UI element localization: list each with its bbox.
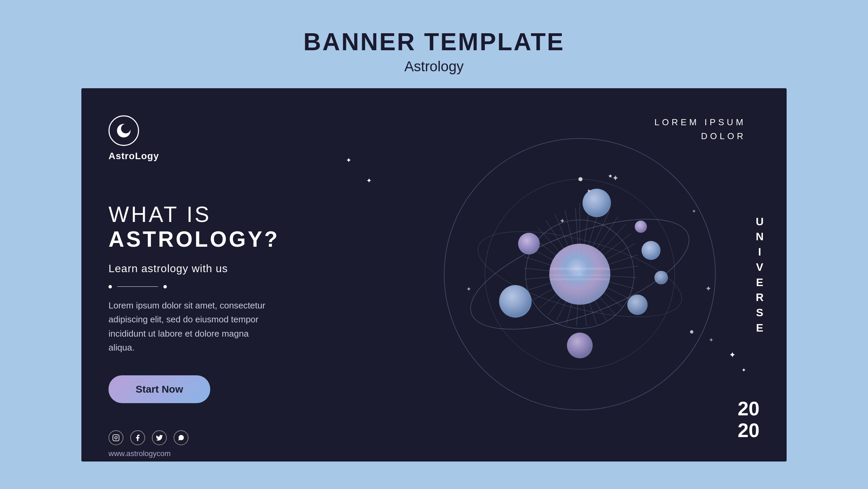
dot-left: [108, 285, 112, 288]
logo-text: AstroLogy: [108, 151, 159, 162]
page-title: BANNER TEMPLATE: [303, 28, 565, 56]
svg-marker-61: [609, 174, 612, 178]
svg-point-52: [518, 233, 540, 255]
svg-point-55: [499, 285, 532, 318]
svg-text:✦: ✦: [705, 284, 711, 293]
logo-area: AstroLogy: [108, 115, 285, 162]
banner: AstroLogy WHAT IS ASTROLOGY? Learn astro…: [81, 88, 787, 462]
svg-rect-50: [549, 278, 610, 280]
year-text: 20 20: [737, 398, 760, 441]
facebook-icon[interactable]: [130, 430, 145, 445]
sparkle-1: ✦: [346, 156, 352, 164]
svg-point-57: [567, 333, 593, 358]
svg-point-4: [117, 436, 118, 436]
svg-point-58: [654, 271, 668, 284]
solar-system: ✦ ✦ ✦ ✦ ✦ ✦ ✦: [427, 121, 732, 428]
svg-point-60: [690, 330, 693, 334]
main-heading: WHAT IS ASTROLOGY?: [108, 202, 285, 252]
banner-left: AstroLogy WHAT IS ASTROLOGY? Learn astro…: [81, 88, 312, 462]
body-text: Lorem ipsum dolor sit amet, consectetur …: [108, 299, 271, 355]
divider: [108, 285, 285, 288]
svg-text:✦: ✦: [466, 286, 471, 293]
svg-rect-49: [549, 274, 610, 276]
svg-point-54: [627, 295, 648, 315]
dot-right: [163, 285, 167, 288]
social-icons: [108, 430, 285, 445]
website-text: www.astrologycom: [108, 449, 285, 458]
start-now-button[interactable]: Start Now: [108, 375, 210, 403]
universe-text: U N I V E R S E: [756, 214, 766, 335]
svg-point-3: [115, 436, 117, 439]
social-area: www.astrologycom: [108, 430, 285, 458]
svg-point-1: [121, 124, 131, 133]
sparkle-4: ✦: [742, 367, 746, 373]
svg-text:✦: ✦: [692, 208, 696, 214]
svg-point-53: [642, 241, 660, 260]
whatsapp-icon[interactable]: [174, 430, 189, 445]
svg-rect-2: [113, 435, 119, 441]
page-header: BANNER TEMPLATE Astrology: [303, 28, 565, 75]
logo-circle: [108, 115, 139, 146]
svg-point-56: [635, 221, 647, 233]
svg-text:✦: ✦: [559, 217, 565, 225]
banner-right: LOREM IPSUM DOLOR: [312, 88, 787, 462]
divider-line: [117, 286, 158, 287]
sparkle-2: ✦: [366, 176, 372, 185]
moon-icon: [116, 123, 132, 139]
svg-rect-48: [549, 267, 610, 270]
instagram-icon[interactable]: [108, 430, 123, 445]
page-subtitle: Astrology: [303, 58, 565, 75]
sparkle-3: ✦: [729, 350, 736, 360]
twitter-icon[interactable]: [152, 430, 167, 445]
svg-text:✦: ✦: [587, 188, 591, 194]
svg-point-59: [578, 177, 583, 181]
svg-text:✦: ✦: [709, 337, 714, 343]
svg-text:✦: ✦: [612, 173, 619, 183]
sub-heading: Learn astrology with us: [108, 262, 285, 275]
